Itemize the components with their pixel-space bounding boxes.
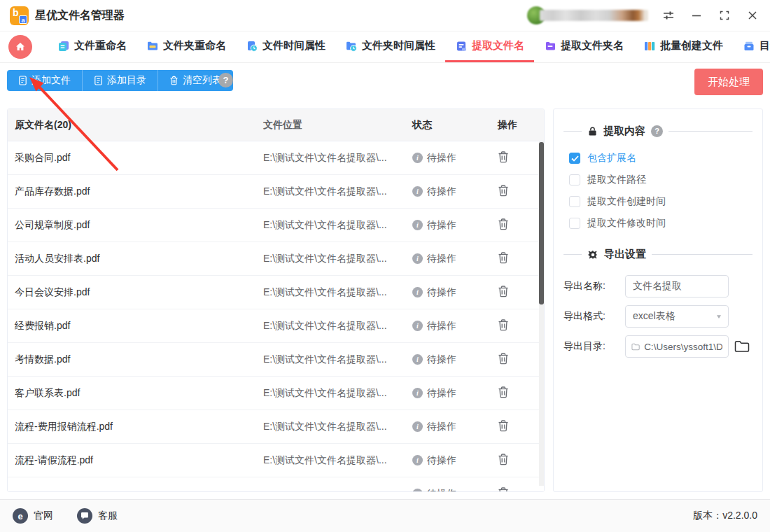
extract-foldername-icon: [544, 40, 556, 52]
file-table: 原文件名(20) 文件位置 状态 操作 采购合同.pdfE:\测试文件\文件名提…: [7, 108, 545, 492]
home-button[interactable]: [8, 35, 32, 59]
tab-目录文件合并/提取[interactable]: 目录文件合并/提取: [733, 31, 770, 62]
gear-icon: [587, 249, 598, 260]
close-button[interactable]: [745, 8, 760, 23]
file-name: 今日会议安排.pdf: [8, 286, 263, 299]
col-actions: 操作: [489, 119, 544, 132]
option-提取文件修改时间[interactable]: 提取文件修改时间: [569, 217, 752, 230]
option-label: 提取文件修改时间: [587, 217, 666, 230]
checkbox-icon[interactable]: [569, 218, 580, 229]
minimize-button[interactable]: [689, 8, 704, 23]
tab-label: 批量创建文件: [660, 39, 723, 52]
tab-文件夹时间属性[interactable]: 文件夹时间属性: [335, 31, 445, 62]
file-status: i待操作: [398, 186, 489, 198]
option-提取文件路径[interactable]: 提取文件路径: [569, 174, 752, 186]
tab-label: 提取文件夹名: [561, 39, 624, 52]
table-header: 原文件名(20) 文件位置 状态 操作: [8, 109, 544, 141]
folder-rename-icon: [146, 40, 159, 52]
file-name: 经费报销.pdf: [8, 320, 263, 332]
delete-row-button[interactable]: [498, 285, 509, 298]
tab-bar: 文件重命名文件夹重命名文件时间属性文件夹时间属性提取文件名提取文件夹名批量创建文…: [0, 31, 770, 63]
start-processing-button[interactable]: 开始处理: [694, 69, 763, 95]
export-name-input[interactable]: 文件名提取: [625, 275, 729, 298]
file-name: 流程-请假流程.pdf: [8, 454, 263, 467]
tab-批量创建文件[interactable]: 批量创建文件: [634, 31, 733, 62]
info-icon: i: [412, 421, 423, 432]
footer-bar: e 官网 客服 版本：v2.2.0.0: [0, 499, 770, 532]
delete-row-button[interactable]: [498, 150, 509, 163]
file-status: i待操作: [398, 219, 489, 232]
file-name: 考情数据.pdf: [8, 354, 263, 366]
checkbox-icon[interactable]: [569, 174, 580, 186]
maximize-button[interactable]: [717, 8, 732, 23]
official-site-link[interactable]: e 官网: [13, 508, 53, 524]
batch-create-icon: [643, 40, 656, 52]
info-icon: i: [412, 186, 423, 197]
option-提取文件创建时间[interactable]: 提取文件创建时间: [569, 195, 752, 208]
delete-row-button[interactable]: [498, 218, 509, 230]
file-path: E:\测试文件\文件名提取器\...: [263, 354, 398, 366]
customer-support-link[interactable]: 客服: [77, 508, 118, 524]
tab-文件夹重命名[interactable]: 文件夹重命名: [136, 31, 236, 62]
file-status: i待操作: [398, 421, 489, 433]
table-scrollbar-thumb[interactable]: [539, 142, 544, 304]
extract-help-icon[interactable]: ?: [651, 125, 663, 137]
settings-panel: 提取内容 ? 包含扩展名提取文件路径提取文件创建时间提取文件修改时间 导出设置 …: [553, 108, 763, 492]
tab-文件重命名[interactable]: 文件重命名: [48, 31, 136, 62]
file-path: E:\测试文件\文件名提取器\...: [263, 253, 398, 265]
add-directory-button[interactable]: 添加目录: [83, 70, 158, 91]
delete-row-button[interactable]: [498, 184, 509, 197]
delete-row-button[interactable]: [498, 352, 509, 365]
extract-content-header: 提取内容 ?: [564, 125, 752, 138]
info-icon: i: [412, 388, 423, 398]
delete-row-button[interactable]: [498, 318, 509, 331]
tab-提取文件名[interactable]: 提取文件名: [445, 31, 534, 62]
delete-row-button[interactable]: [498, 453, 509, 465]
merge-extract-icon: [743, 40, 755, 52]
info-icon: i: [412, 220, 423, 230]
info-icon: i: [412, 153, 423, 163]
table-row: 采购合同.pdfE:\测试文件\文件名提取器\...i待操作: [8, 141, 544, 175]
table-row: 考情数据.pdfE:\测试文件\文件名提取器\...i待操作: [8, 343, 544, 377]
info-icon: i: [412, 455, 423, 465]
table-row: 产品库存数据.pdfE:\测试文件\文件名提取器\...i待操作: [8, 175, 544, 209]
chevron-down-icon: ▾: [717, 312, 721, 320]
browse-folder-button[interactable]: [734, 340, 750, 353]
file-status: i待操作: [398, 320, 489, 332]
tab-文件时间属性[interactable]: 文件时间属性: [236, 31, 335, 62]
tab-label: 文件夹时间属性: [362, 39, 435, 52]
table-row: 流程-费用报销流程.pdfE:\测试文件\文件名提取器\...i待操作: [8, 410, 544, 444]
file-status: i待操作: [398, 488, 489, 493]
tab-提取文件夹名[interactable]: 提取文件夹名: [534, 31, 634, 62]
toolbar-help-icon[interactable]: ?: [218, 73, 233, 88]
user-name-blurred: [540, 10, 648, 21]
folder-small-icon: [631, 343, 640, 351]
info-icon: i: [412, 253, 423, 264]
checkbox-icon[interactable]: [569, 153, 580, 164]
delete-row-button[interactable]: [498, 251, 509, 264]
folder-icon: [734, 340, 750, 353]
add-file-button[interactable]: 添加文件: [7, 70, 82, 91]
tab-label: 文件夹重命名: [163, 39, 226, 52]
home-icon: [15, 41, 26, 52]
settings-sliders-icon[interactable]: [661, 8, 676, 23]
file-status: i待操作: [398, 387, 489, 400]
file-path: E:\测试文件\文件名提取器\...: [263, 421, 398, 433]
delete-row-button[interactable]: [498, 486, 509, 492]
table-row: 客户联系表.pdfE:\测试文件\文件名提取器\...i待操作: [8, 377, 544, 410]
delete-row-button[interactable]: [498, 386, 509, 398]
tab-label: 文件时间属性: [262, 39, 326, 52]
checkbox-icon[interactable]: [569, 196, 580, 207]
app-window: ba 星优文件名管理器: [0, 0, 770, 532]
export-name-label: 导出名称:: [564, 280, 625, 293]
export-directory-input[interactable]: C:\Users\yssoft1\De: [625, 335, 729, 358]
file-path: E:\测试文件\文件名提取器\...: [263, 387, 398, 400]
delete-row-button[interactable]: [498, 419, 509, 432]
file-name: 流程-费用报销流程.pdf: [8, 421, 263, 433]
lock-icon: [587, 126, 598, 136]
option-包含扩展名[interactable]: 包含扩展名: [569, 152, 752, 164]
export-format-select[interactable]: excel表格 ▾: [625, 305, 729, 328]
table-row: 公司规章制度.pdfE:\测试文件\文件名提取器\...i待操作: [8, 209, 544, 242]
file-name: 产品库存数据.pdf: [8, 186, 263, 198]
file-path: E:\测试文件\文件名提取器\...: [263, 152, 398, 164]
